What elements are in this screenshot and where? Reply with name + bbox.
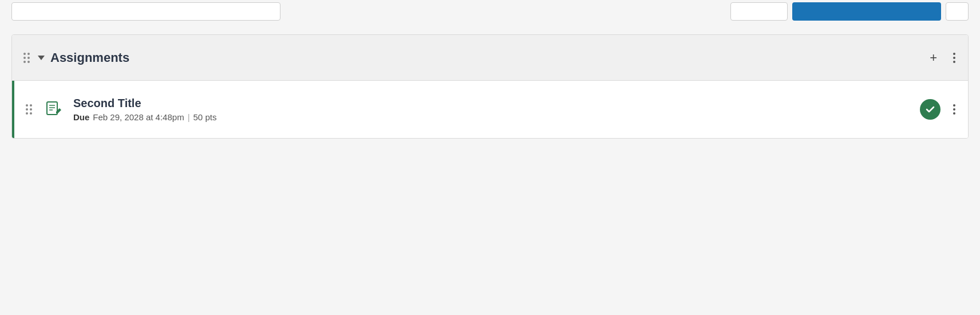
save-button[interactable]	[792, 2, 941, 21]
more-dot	[953, 53, 955, 55]
assignment-row: Second Title Due Feb 29, 2028 at 4:48pm …	[12, 81, 968, 138]
separator: |	[188, 112, 190, 122]
collapse-icon[interactable]	[38, 56, 45, 60]
drag-dot	[23, 61, 26, 63]
svg-rect-0	[47, 102, 57, 115]
drag-dot	[30, 108, 32, 111]
due-label: Due	[73, 112, 89, 122]
item-drag-handle[interactable]	[23, 102, 34, 117]
assignment-row-right	[920, 99, 959, 120]
more-dot	[953, 104, 955, 107]
drag-dot	[26, 112, 28, 115]
drag-dot	[30, 112, 32, 115]
cancel-button[interactable]	[730, 2, 788, 21]
due-date: Feb 29, 2028 at 4:48pm	[93, 112, 184, 122]
drag-dot	[27, 61, 30, 63]
drag-dot	[26, 108, 28, 111]
more-dot	[953, 61, 955, 63]
top-bar-actions	[730, 2, 969, 21]
more-options-button[interactable]	[946, 2, 969, 21]
assignment-title[interactable]: Second Title	[73, 97, 216, 110]
more-dot	[953, 112, 955, 115]
drag-dot	[23, 57, 26, 59]
assignment-info: Second Title Due Feb 29, 2028 at 4:48pm …	[73, 97, 216, 122]
group-header-left: Assignments	[21, 50, 129, 65]
drag-dot	[27, 57, 30, 59]
published-status-icon[interactable]	[920, 99, 941, 120]
group-header: Assignments +	[12, 35, 968, 81]
group-title: Assignments	[50, 50, 129, 65]
assignment-row-left: Second Title Due Feb 29, 2028 at 4:48pm …	[23, 97, 216, 122]
empty-area	[0, 150, 980, 265]
main-content: Assignments +	[0, 23, 980, 150]
drag-dot	[26, 104, 28, 107]
top-bar-search[interactable]	[11, 2, 280, 21]
assignment-more-options-button[interactable]	[950, 102, 959, 117]
top-bar	[0, 0, 980, 23]
more-dot	[953, 57, 955, 59]
group-drag-handle[interactable]	[21, 50, 32, 65]
assignment-type-icon	[44, 99, 64, 120]
assignments-group: Assignments +	[11, 34, 969, 139]
points: 50 pts	[193, 112, 217, 122]
drag-dot	[23, 53, 26, 55]
drag-dot	[30, 104, 32, 107]
drag-dot	[27, 53, 30, 55]
group-header-right: +	[926, 49, 959, 66]
assignment-meta: Due Feb 29, 2028 at 4:48pm | 50 pts	[73, 112, 216, 122]
group-more-options-button[interactable]	[950, 50, 959, 65]
add-assignment-button[interactable]: +	[926, 49, 941, 66]
more-dot	[953, 108, 955, 111]
